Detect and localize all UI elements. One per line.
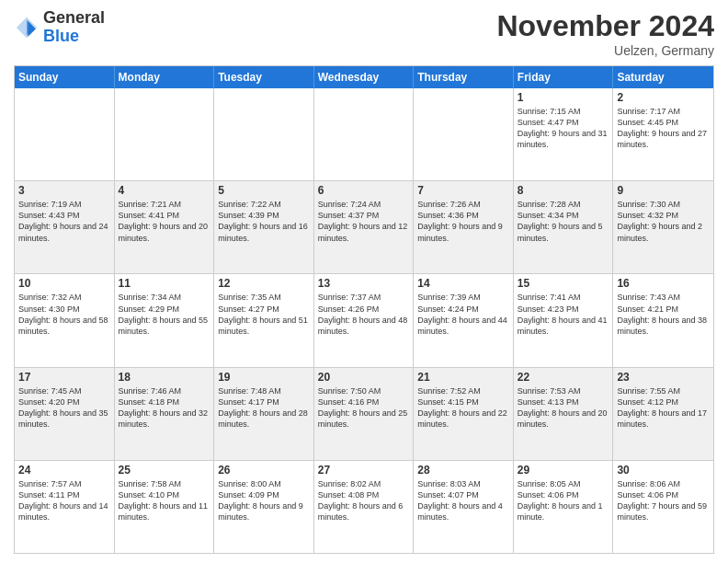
cell-3-2: 19Sunrise: 7:48 AM Sunset: 4:17 PM Dayli… xyxy=(214,368,314,460)
logo-icon xyxy=(14,15,40,40)
day-number-27: 27 xyxy=(318,464,410,477)
cell-info-19: Sunrise: 7:48 AM Sunset: 4:17 PM Dayligh… xyxy=(218,385,310,431)
day-number-22: 22 xyxy=(518,371,609,384)
cell-2-0: 10Sunrise: 7:32 AM Sunset: 4:30 PM Dayli… xyxy=(15,274,115,366)
cell-1-0: 3Sunrise: 7:19 AM Sunset: 4:43 PM Daylig… xyxy=(15,181,115,273)
cell-3-1: 18Sunrise: 7:46 AM Sunset: 4:18 PM Dayli… xyxy=(115,368,215,460)
day-number-11: 11 xyxy=(119,277,210,290)
header-saturday: Saturday xyxy=(613,66,713,88)
cell-1-6: 9Sunrise: 7:30 AM Sunset: 4:32 PM Daylig… xyxy=(613,181,713,273)
cell-0-4 xyxy=(414,88,514,180)
day-number-1: 1 xyxy=(518,91,609,104)
cell-info-6: Sunrise: 7:24 AM Sunset: 4:37 PM Dayligh… xyxy=(318,199,410,244)
calendar: Sunday Monday Tuesday Wednesday Thursday… xyxy=(14,65,714,554)
day-number-19: 19 xyxy=(218,371,310,384)
cell-1-3: 6Sunrise: 7:24 AM Sunset: 4:37 PM Daylig… xyxy=(314,181,415,273)
cell-0-0 xyxy=(15,88,115,180)
cell-info-23: Sunrise: 7:55 AM Sunset: 4:12 PM Dayligh… xyxy=(617,385,710,431)
cell-0-5: 1Sunrise: 7:15 AM Sunset: 4:47 PM Daylig… xyxy=(514,88,614,180)
day-number-13: 13 xyxy=(318,277,410,290)
calendar-body: 1Sunrise: 7:15 AM Sunset: 4:47 PM Daylig… xyxy=(15,88,713,553)
cell-info-15: Sunrise: 7:41 AM Sunset: 4:23 PM Dayligh… xyxy=(518,292,609,337)
day-number-3: 3 xyxy=(18,184,110,197)
cell-info-28: Sunrise: 8:03 AM Sunset: 4:07 PM Dayligh… xyxy=(417,478,509,523)
cell-info-9: Sunrise: 7:30 AM Sunset: 4:32 PM Dayligh… xyxy=(617,199,710,244)
cell-1-1: 4Sunrise: 7:21 AM Sunset: 4:41 PM Daylig… xyxy=(115,181,215,273)
day-number-16: 16 xyxy=(617,277,710,290)
header: General Blue November 2024 Uelzen, Germa… xyxy=(14,9,714,58)
header-monday: Monday xyxy=(115,66,215,88)
day-number-2: 2 xyxy=(617,91,710,104)
cell-info-3: Sunrise: 7:19 AM Sunset: 4:43 PM Dayligh… xyxy=(18,199,110,244)
month-title: November 2024 xyxy=(496,9,714,43)
header-sunday: Sunday xyxy=(15,66,115,88)
cell-info-12: Sunrise: 7:35 AM Sunset: 4:27 PM Dayligh… xyxy=(218,292,310,337)
day-number-24: 24 xyxy=(18,464,110,477)
cell-3-6: 23Sunrise: 7:55 AM Sunset: 4:12 PM Dayli… xyxy=(613,368,713,460)
day-number-26: 26 xyxy=(218,464,310,477)
cell-info-24: Sunrise: 7:57 AM Sunset: 4:11 PM Dayligh… xyxy=(18,478,110,523)
cell-info-14: Sunrise: 7:39 AM Sunset: 4:24 PM Dayligh… xyxy=(417,292,509,337)
cell-3-4: 21Sunrise: 7:52 AM Sunset: 4:15 PM Dayli… xyxy=(414,368,514,460)
day-number-12: 12 xyxy=(218,277,310,290)
cell-2-1: 11Sunrise: 7:34 AM Sunset: 4:29 PM Dayli… xyxy=(115,274,215,366)
cell-3-5: 22Sunrise: 7:53 AM Sunset: 4:13 PM Dayli… xyxy=(514,368,614,460)
cell-0-6: 2Sunrise: 7:17 AM Sunset: 4:45 PM Daylig… xyxy=(613,88,713,180)
calendar-row-2: 10Sunrise: 7:32 AM Sunset: 4:30 PM Dayli… xyxy=(15,273,713,366)
cell-4-2: 26Sunrise: 8:00 AM Sunset: 4:09 PM Dayli… xyxy=(214,461,314,553)
cell-info-29: Sunrise: 8:05 AM Sunset: 4:06 PM Dayligh… xyxy=(518,478,609,523)
cell-info-2: Sunrise: 7:17 AM Sunset: 4:45 PM Dayligh… xyxy=(617,106,710,151)
cell-2-4: 14Sunrise: 7:39 AM Sunset: 4:24 PM Dayli… xyxy=(414,274,514,366)
day-number-30: 30 xyxy=(617,464,710,477)
cell-info-1: Sunrise: 7:15 AM Sunset: 4:47 PM Dayligh… xyxy=(518,106,609,151)
cell-1-4: 7Sunrise: 7:26 AM Sunset: 4:36 PM Daylig… xyxy=(414,181,514,273)
calendar-row-4: 24Sunrise: 7:57 AM Sunset: 4:11 PM Dayli… xyxy=(15,460,713,553)
cell-3-0: 17Sunrise: 7:45 AM Sunset: 4:20 PM Dayli… xyxy=(15,368,115,460)
cell-0-3 xyxy=(314,88,415,180)
title-block: November 2024 Uelzen, Germany xyxy=(496,9,714,58)
day-number-8: 8 xyxy=(518,184,609,197)
cell-1-2: 5Sunrise: 7:22 AM Sunset: 4:39 PM Daylig… xyxy=(214,181,314,273)
cell-2-2: 12Sunrise: 7:35 AM Sunset: 4:27 PM Dayli… xyxy=(214,274,314,366)
page: General Blue November 2024 Uelzen, Germa… xyxy=(0,0,728,563)
cell-1-5: 8Sunrise: 7:28 AM Sunset: 4:34 PM Daylig… xyxy=(514,181,614,273)
day-number-17: 17 xyxy=(18,371,110,384)
cell-2-5: 15Sunrise: 7:41 AM Sunset: 4:23 PM Dayli… xyxy=(514,274,614,366)
cell-info-17: Sunrise: 7:45 AM Sunset: 4:20 PM Dayligh… xyxy=(18,385,110,431)
cell-4-3: 27Sunrise: 8:02 AM Sunset: 4:08 PM Dayli… xyxy=(314,461,415,553)
cell-info-22: Sunrise: 7:53 AM Sunset: 4:13 PM Dayligh… xyxy=(518,385,609,431)
cell-info-30: Sunrise: 8:06 AM Sunset: 4:06 PM Dayligh… xyxy=(617,478,710,523)
cell-info-20: Sunrise: 7:50 AM Sunset: 4:16 PM Dayligh… xyxy=(318,385,410,431)
day-number-7: 7 xyxy=(417,184,509,197)
cell-0-2 xyxy=(214,88,314,180)
cell-4-6: 30Sunrise: 8:06 AM Sunset: 4:06 PM Dayli… xyxy=(613,461,713,553)
cell-info-16: Sunrise: 7:43 AM Sunset: 4:21 PM Dayligh… xyxy=(617,292,710,337)
day-number-4: 4 xyxy=(119,184,210,197)
cell-info-25: Sunrise: 7:58 AM Sunset: 4:10 PM Dayligh… xyxy=(119,478,210,523)
day-number-29: 29 xyxy=(518,464,609,477)
day-number-6: 6 xyxy=(318,184,410,197)
calendar-row-0: 1Sunrise: 7:15 AM Sunset: 4:47 PM Daylig… xyxy=(15,88,713,180)
cell-info-21: Sunrise: 7:52 AM Sunset: 4:15 PM Dayligh… xyxy=(417,385,509,431)
cell-3-3: 20Sunrise: 7:50 AM Sunset: 4:16 PM Dayli… xyxy=(314,368,415,460)
location: Uelzen, Germany xyxy=(496,43,714,58)
logo-general: General xyxy=(43,8,105,27)
cell-info-10: Sunrise: 7:32 AM Sunset: 4:30 PM Dayligh… xyxy=(18,292,110,337)
logo: General Blue xyxy=(14,9,105,46)
cell-4-1: 25Sunrise: 7:58 AM Sunset: 4:10 PM Dayli… xyxy=(115,461,215,553)
day-number-14: 14 xyxy=(417,277,509,290)
day-number-21: 21 xyxy=(417,371,509,384)
calendar-row-3: 17Sunrise: 7:45 AM Sunset: 4:20 PM Dayli… xyxy=(15,367,713,460)
header-friday: Friday xyxy=(514,66,614,88)
header-wednesday: Wednesday xyxy=(314,66,415,88)
day-number-5: 5 xyxy=(218,184,310,197)
header-thursday: Thursday xyxy=(414,66,514,88)
cell-2-6: 16Sunrise: 7:43 AM Sunset: 4:21 PM Dayli… xyxy=(613,274,713,366)
day-number-23: 23 xyxy=(617,371,710,384)
day-number-9: 9 xyxy=(617,184,710,197)
cell-2-3: 13Sunrise: 7:37 AM Sunset: 4:26 PM Dayli… xyxy=(314,274,415,366)
cell-info-26: Sunrise: 8:00 AM Sunset: 4:09 PM Dayligh… xyxy=(218,478,310,523)
day-number-25: 25 xyxy=(119,464,210,477)
cell-info-8: Sunrise: 7:28 AM Sunset: 4:34 PM Dayligh… xyxy=(518,199,609,244)
cell-info-5: Sunrise: 7:22 AM Sunset: 4:39 PM Dayligh… xyxy=(218,199,310,244)
